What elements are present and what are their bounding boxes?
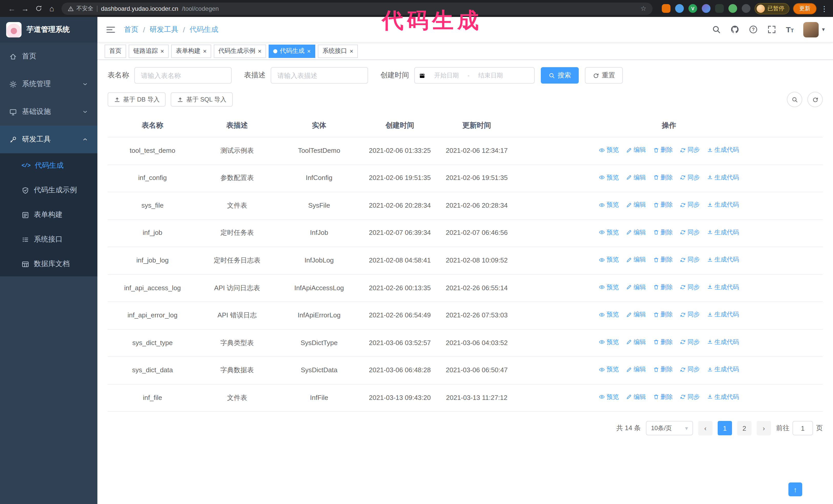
sync-link[interactable]: 同步: [680, 365, 700, 374]
delete-link[interactable]: 删除: [653, 365, 673, 374]
edit-link[interactable]: 编辑: [626, 200, 646, 210]
address-bar[interactable]: 不安全 dashboard.yudao.iocoder.cn/tool/code…: [62, 2, 652, 15]
extension-icon[interactable]: [729, 4, 737, 13]
edit-link[interactable]: 编辑: [626, 146, 646, 154]
sync-link[interactable]: 同步: [680, 310, 700, 319]
sync-link[interactable]: 同步: [680, 338, 700, 346]
delete-link[interactable]: 删除: [653, 200, 673, 210]
delete-link[interactable]: 删除: [653, 146, 673, 154]
sidebar-item-form-builder[interactable]: 表单构建: [0, 202, 97, 227]
generate-code-link[interactable]: 生成代码: [707, 338, 739, 346]
edit-link[interactable]: 编辑: [626, 255, 646, 264]
search-icon[interactable]: [712, 25, 721, 34]
back-to-top-button[interactable]: ↑: [788, 482, 802, 496]
preview-link[interactable]: 预览: [599, 146, 619, 154]
generate-code-link[interactable]: 生成代码: [707, 146, 739, 154]
sync-link[interactable]: 同步: [680, 173, 700, 182]
goto-page-input[interactable]: [792, 421, 813, 436]
sync-link[interactable]: 同步: [680, 228, 700, 237]
edit-link[interactable]: 编辑: [626, 393, 646, 402]
start-date-input[interactable]: [428, 72, 466, 79]
page-button-2[interactable]: 2: [737, 421, 752, 436]
import-sql-button[interactable]: 基于 SQL 导入: [171, 92, 233, 106]
github-icon[interactable]: [731, 25, 739, 34]
sidebar-toggle-icon[interactable]: [105, 24, 116, 34]
sidebar-item-codegen[interactable]: </> 代码生成: [0, 153, 97, 178]
search-button[interactable]: 搜索: [541, 67, 579, 83]
delete-link[interactable]: 删除: [653, 393, 673, 402]
import-db-button[interactable]: 基于 DB 导入: [108, 92, 166, 106]
edit-link[interactable]: 编辑: [626, 173, 646, 182]
user-menu[interactable]: ▾: [804, 22, 825, 37]
extension-icon[interactable]: [715, 4, 724, 13]
preview-link[interactable]: 预览: [599, 365, 619, 374]
edit-link[interactable]: 编辑: [626, 283, 646, 292]
sidebar-item-system-api[interactable]: 系统接口: [0, 227, 97, 252]
generate-code-link[interactable]: 生成代码: [707, 365, 739, 374]
delete-link[interactable]: 删除: [653, 255, 673, 264]
close-icon[interactable]: ×: [350, 48, 353, 54]
close-icon[interactable]: ×: [203, 48, 207, 54]
delete-link[interactable]: 删除: [653, 173, 673, 182]
preview-link[interactable]: 预览: [599, 173, 619, 182]
sidebar-item-infra[interactable]: 基础设施: [0, 98, 97, 126]
preview-link[interactable]: 预览: [599, 228, 619, 237]
generate-code-link[interactable]: 生成代码: [707, 255, 739, 264]
browser-update-button[interactable]: 更新: [793, 3, 816, 14]
table-name-input[interactable]: [134, 67, 232, 83]
font-size-icon[interactable]: TT: [786, 25, 794, 34]
preview-link[interactable]: 预览: [599, 338, 619, 346]
extension-icon[interactable]: [662, 4, 670, 13]
delete-link[interactable]: 删除: [653, 338, 673, 346]
sidebar-item-devtools[interactable]: 研发工具: [0, 126, 97, 153]
breadcrumb-home[interactable]: 首页: [124, 25, 138, 34]
security-chip[interactable]: 不安全: [68, 5, 93, 12]
generate-code-link[interactable]: 生成代码: [707, 393, 739, 402]
fullscreen-icon[interactable]: [767, 25, 776, 34]
table-desc-input[interactable]: [271, 67, 368, 83]
delete-link[interactable]: 删除: [653, 228, 673, 237]
close-icon[interactable]: ×: [258, 48, 261, 54]
help-icon[interactable]: ?: [749, 25, 758, 34]
edit-link[interactable]: 编辑: [626, 310, 646, 319]
breadcrumb-devtools[interactable]: 研发工具: [150, 25, 178, 34]
close-icon[interactable]: ×: [307, 48, 311, 54]
delete-link[interactable]: 删除: [653, 283, 673, 292]
preview-link[interactable]: 预览: [599, 283, 619, 292]
extension-icon[interactable]: [675, 4, 684, 13]
sync-link[interactable]: 同步: [680, 255, 700, 264]
profile-paused-chip[interactable]: 已暂停: [755, 3, 789, 14]
generate-code-link[interactable]: 生成代码: [707, 173, 739, 182]
sync-link[interactable]: 同步: [680, 283, 700, 292]
sidebar-item-home[interactable]: 首页: [0, 43, 97, 70]
sync-link[interactable]: 同步: [680, 200, 700, 210]
date-range-picker[interactable]: -: [414, 67, 535, 83]
generate-code-link[interactable]: 生成代码: [707, 228, 739, 237]
edit-link[interactable]: 编辑: [626, 338, 646, 346]
tab-codegen-example[interactable]: 代码生成示例×: [214, 44, 266, 58]
refresh-table-button[interactable]: [807, 92, 823, 107]
tab-form-builder[interactable]: 表单构建×: [171, 44, 211, 58]
close-icon[interactable]: ×: [161, 48, 164, 54]
sync-link[interactable]: 同步: [680, 393, 700, 402]
generate-code-link[interactable]: 生成代码: [707, 310, 739, 319]
generate-code-link[interactable]: 生成代码: [707, 200, 739, 210]
browser-menu-button[interactable]: ⋮: [821, 4, 828, 13]
next-page-button[interactable]: ›: [757, 421, 771, 436]
extension-pin-icon[interactable]: [742, 4, 751, 13]
browser-forward-button[interactable]: →: [19, 2, 32, 15]
tab-system-api[interactable]: 系统接口×: [318, 44, 358, 58]
generate-code-link[interactable]: 生成代码: [707, 283, 739, 292]
edit-link[interactable]: 编辑: [626, 228, 646, 237]
sidebar-item-db-doc[interactable]: 数据库文档: [0, 252, 97, 277]
toggle-search-button[interactable]: [787, 92, 802, 107]
reset-button[interactable]: 重置: [585, 67, 623, 83]
tab-codegen[interactable]: 代码生成×: [269, 44, 315, 58]
prev-page-button[interactable]: ‹: [698, 421, 713, 436]
edit-link[interactable]: 编辑: [626, 365, 646, 374]
browser-back-button[interactable]: ←: [5, 2, 19, 15]
sidebar-item-system[interactable]: 系统管理: [0, 70, 97, 98]
sync-link[interactable]: 同步: [680, 146, 700, 154]
browser-reload-button[interactable]: [32, 2, 45, 15]
preview-link[interactable]: 预览: [599, 310, 619, 319]
